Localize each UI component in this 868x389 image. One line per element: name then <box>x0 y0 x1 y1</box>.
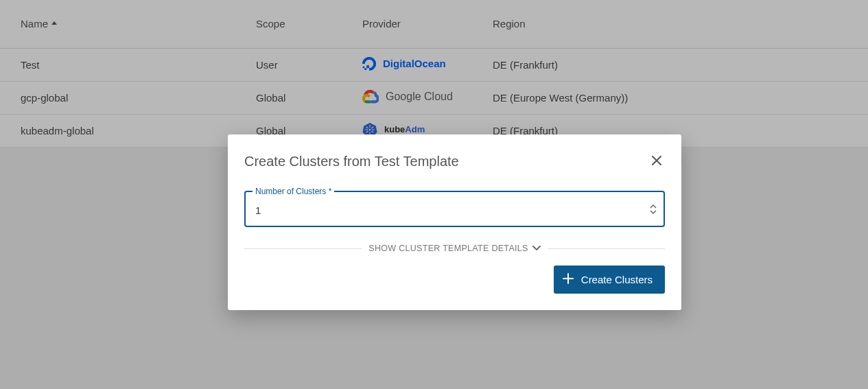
modal-title: Create Clusters from Test Template <box>244 154 459 169</box>
field-label: Number of Clusters * <box>253 187 334 196</box>
chevron-up-icon <box>650 204 657 209</box>
close-icon <box>651 152 662 169</box>
divider-line <box>548 248 665 249</box>
modal-actions: Create Clusters <box>244 266 665 294</box>
create-clusters-button[interactable]: Create Clusters <box>554 266 665 294</box>
show-details-toggle[interactable]: SHOW CLUSTER TEMPLATE DETAILS <box>362 244 547 253</box>
plus-icon <box>562 272 574 287</box>
details-toggle-row: SHOW CLUSTER TEMPLATE DETAILS <box>244 244 665 253</box>
divider-line <box>244 248 362 249</box>
show-details-label: SHOW CLUSTER TEMPLATE DETAILS <box>368 244 528 253</box>
create-clusters-label: Create Clusters <box>581 274 653 285</box>
chevron-down-icon <box>650 209 657 214</box>
number-of-clusters-field[interactable]: Number of Clusters * <box>244 191 665 227</box>
create-clusters-modal: Create Clusters from Test Template Numbe… <box>228 134 681 310</box>
number-of-clusters-input[interactable] <box>246 192 664 226</box>
number-stepper[interactable] <box>650 204 657 214</box>
modal-header: Create Clusters from Test Template <box>244 151 665 172</box>
chevron-down-icon <box>532 244 541 253</box>
close-button[interactable] <box>648 151 665 172</box>
